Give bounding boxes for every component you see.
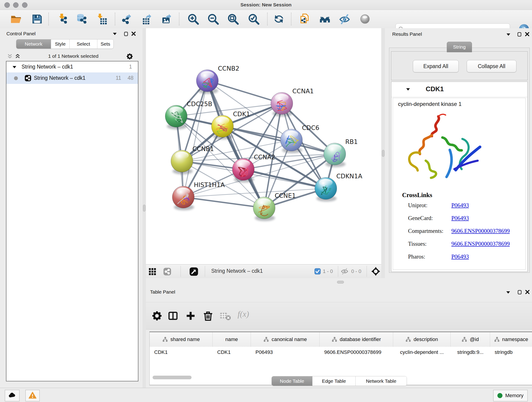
network-node-CDC6[interactable]	[280, 129, 302, 153]
zoom-out-button[interactable]	[207, 13, 219, 25]
horizontal-scrollbar-thumb[interactable]	[152, 376, 191, 379]
zoom-fit-content-button[interactable]	[227, 13, 239, 25]
float-panel-icon[interactable]	[123, 32, 128, 36]
crosslink-link[interactable]: 9606.ENSP00000378699	[451, 228, 510, 234]
network-canvas[interactable]: CCNB2CCNA1CDC25BCDK1CDC6RB1CCNB1CCNA2CDK…	[146, 28, 381, 264]
crosslink-link[interactable]: P06493	[451, 254, 469, 260]
apply-preferred-layout-button[interactable]	[273, 13, 285, 25]
network-node-HIST1H1A[interactable]	[172, 186, 194, 211]
network-edge	[243, 169, 326, 188]
export-table-button[interactable]	[141, 13, 152, 25]
network-options-gear-icon[interactable]	[126, 53, 133, 60]
save-session-button[interactable]	[31, 13, 43, 25]
close-panel-icon[interactable]	[525, 32, 530, 37]
float-panel-icon[interactable]	[517, 290, 522, 295]
network-node-CCNE1[interactable]	[253, 197, 275, 221]
fit-selected-crosshair-icon[interactable]	[371, 267, 380, 276]
network-node-RB1[interactable]	[324, 143, 346, 167]
warnings-button[interactable]	[25, 390, 40, 401]
close-panel-icon[interactable]	[131, 31, 136, 36]
network-graph[interactable]: CCNB2CCNA1CDC25BCDK1CDC6RB1CCNB1CCNA2CDK…	[146, 28, 381, 264]
network-node-CDC25B[interactable]	[165, 105, 187, 129]
new-network-from-selection-button[interactable]	[299, 13, 310, 25]
network-node-CDKN1A[interactable]	[315, 177, 337, 202]
crosslink-link[interactable]: P06493	[451, 215, 469, 221]
collection-expand-icon[interactable]	[12, 65, 17, 70]
table-cell[interactable]: CDK1	[150, 347, 213, 358]
network-node-CCNA1[interactable]	[271, 92, 293, 117]
network-row-selected[interactable]: String Network – cdk1 11 48	[6, 72, 138, 84]
node-result-header[interactable]: CDK1	[391, 82, 527, 97]
grid-view-icon[interactable]	[148, 268, 157, 276]
expand-all-networks-icon[interactable]	[15, 53, 21, 59]
collapse-panel-icon[interactable]	[112, 32, 117, 36]
network-node-CCNB2[interactable]	[196, 70, 218, 94]
network-collection-row[interactable]: String Network – cdk1 1	[6, 61, 138, 72]
zoom-in-button[interactable]	[187, 13, 199, 25]
column-header-name[interactable]: name	[213, 332, 251, 347]
export-network-button[interactable]	[121, 13, 132, 25]
cloud-status-button[interactable]	[5, 390, 19, 401]
expand-all-button[interactable]: Expand All	[413, 60, 459, 72]
left-splitter-handle[interactable]	[143, 205, 146, 211]
network-node-CCNA2[interactable]	[232, 158, 254, 183]
close-panel-icon[interactable]	[525, 289, 530, 294]
column-header-namespace[interactable]: namespace	[490, 332, 532, 347]
table-cell[interactable]: CDK1	[213, 347, 251, 358]
collapse-panel-icon[interactable]	[506, 290, 511, 295]
tab-style[interactable]: Style	[51, 39, 70, 49]
table-cell[interactable]: cyclin-dependent ...	[393, 347, 451, 358]
table-cell[interactable]: stringdb:9...	[451, 347, 490, 358]
network-node-CDK1[interactable]	[211, 115, 234, 140]
right-splitter[interactable]	[381, 28, 385, 278]
show-all-button[interactable]	[359, 13, 371, 25]
selected-count: 1 - 0	[323, 268, 333, 274]
network-node-CCNB1[interactable]	[171, 150, 193, 174]
tab-sets[interactable]: Sets	[97, 39, 114, 49]
zoom-selected-button[interactable]	[248, 13, 259, 25]
bottom-splitter[interactable]	[146, 278, 532, 286]
column-header-id[interactable]: @id	[451, 332, 490, 347]
selected-checkbox-icon[interactable]	[314, 268, 321, 274]
column-header-canonical-name[interactable]: canonical name	[251, 332, 320, 347]
tab-edge-table[interactable]: Edge Table	[312, 376, 355, 386]
delete-column-trash-icon[interactable]	[203, 311, 213, 321]
table-cell[interactable]: P06493	[251, 347, 320, 358]
table-row[interactable]: CDK1CDK1P064939606.ENSP00000378699cyclin…	[150, 347, 532, 358]
column-header-shared-name[interactable]: shared name	[150, 332, 213, 347]
collapse-panel-icon[interactable]	[506, 32, 511, 37]
tab-network[interactable]: Network	[16, 39, 51, 49]
string-results-body: Expand All Collapse All CDK1 cyclin-depe…	[389, 48, 530, 273]
network-overview-icon[interactable]	[163, 268, 171, 276]
tab-string[interactable]: String	[447, 42, 472, 52]
column-header-description[interactable]: description	[393, 332, 451, 347]
table-cell[interactable]: 9606.ENSP00000378699	[320, 347, 393, 358]
collapse-all-networks-icon[interactable]	[7, 53, 13, 59]
crosslink-link[interactable]: P06493	[451, 202, 469, 209]
tab-select[interactable]: Select	[70, 39, 97, 49]
bottom-splitter-handle[interactable]	[337, 281, 344, 283]
import-network-from-file-button[interactable]	[57, 13, 68, 25]
column-manager-icon[interactable]	[168, 311, 178, 321]
tab-network-table[interactable]: Network Table	[355, 376, 407, 386]
crosslink-link[interactable]: 9606.ENSP00000378699	[451, 241, 510, 247]
collapse-all-button[interactable]: Collapse All	[467, 60, 516, 72]
detach-view-icon[interactable]	[189, 267, 198, 276]
hide-selected-button[interactable]	[339, 13, 350, 25]
export-image-button[interactable]	[161, 13, 172, 25]
tab-node-table[interactable]: Node Table	[272, 376, 312, 386]
import-network-from-database-button[interactable]	[76, 13, 88, 25]
memory-button[interactable]: Memory	[493, 390, 528, 401]
first-neighbors-button[interactable]	[319, 13, 331, 25]
column-header-database-identifier[interactable]: database identifier	[320, 332, 393, 347]
import-table-from-file-button[interactable]	[96, 13, 108, 25]
left-splitter[interactable]	[143, 28, 146, 388]
collapse-entry-icon[interactable]	[405, 87, 411, 92]
add-column-icon[interactable]	[185, 311, 196, 321]
table-cell[interactable]: stringdb	[490, 347, 532, 358]
table-settings-gear-icon[interactable]	[152, 311, 162, 321]
right-splitter-handle[interactable]	[382, 150, 385, 157]
control-panel-title: Control Panel	[6, 31, 36, 36]
float-panel-icon[interactable]	[517, 32, 522, 37]
open-session-button[interactable]	[10, 13, 22, 25]
